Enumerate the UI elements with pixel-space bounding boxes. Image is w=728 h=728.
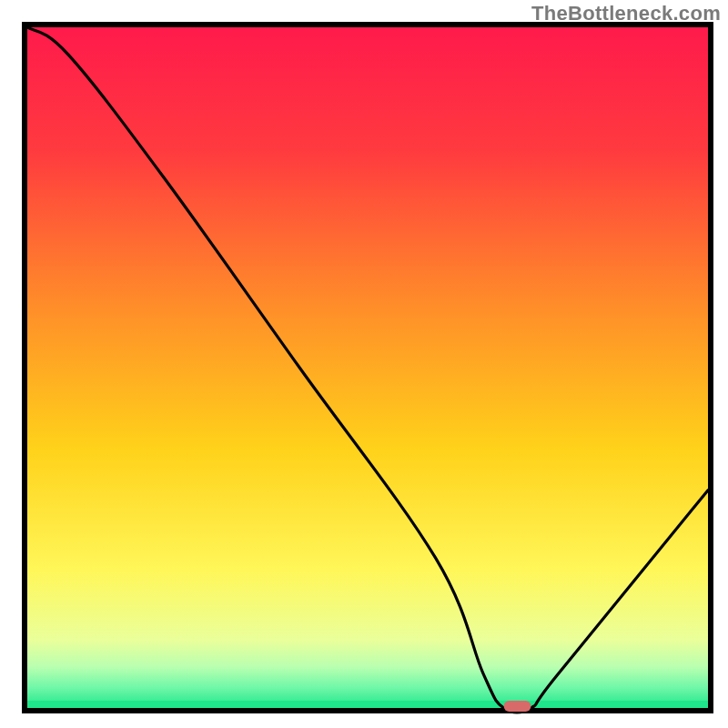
watermark-text: TheBottleneck.com [531, 2, 721, 25]
baseline-strip [27, 701, 708, 708]
chart-container: TheBottleneck.com [0, 0, 728, 728]
bottleneck-chart [0, 0, 728, 728]
sweet-spot-marker [504, 701, 531, 712]
